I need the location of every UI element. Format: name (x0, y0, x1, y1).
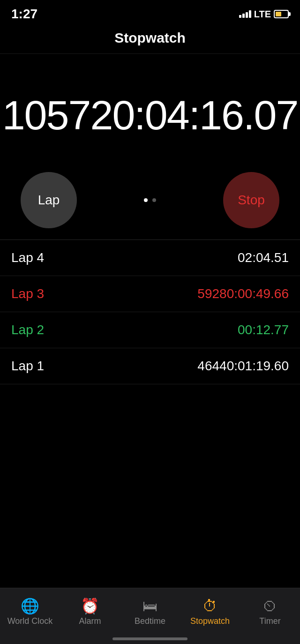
page-title: Stopwatch (114, 30, 186, 45)
page-header: Stopwatch (0, 25, 300, 54)
tab-stopwatch-label: Stopwatch (190, 616, 230, 626)
tab-world-clock-label: World Clock (8, 616, 53, 626)
stop-button[interactable]: Stop (223, 172, 279, 228)
tab-timer[interactable]: ⏲ Timer (240, 599, 300, 626)
signal-bars (239, 10, 251, 18)
world-clock-icon: 🌐 (21, 599, 39, 614)
timer-value: 105720:04:16.07 (2, 91, 298, 139)
status-bar: 1:27 LTE (0, 0, 300, 25)
tab-alarm[interactable]: ⏰ Alarm (60, 599, 120, 626)
tab-stopwatch[interactable]: ⏱ Stopwatch (180, 599, 240, 626)
tab-bedtime[interactable]: 🛏 Bedtime (120, 599, 180, 626)
stopwatch-icon: ⏱ (202, 599, 218, 614)
status-time: 1:27 (11, 7, 38, 22)
lap-label: Lap 2 (11, 322, 44, 337)
lap-label: Lap 1 (11, 359, 44, 374)
status-right: LTE (239, 9, 289, 20)
table-row: Lap 2 00:12.77 (0, 312, 300, 348)
lap-time: 46440:01:19.60 (197, 359, 289, 374)
tab-world-clock[interactable]: 🌐 World Clock (0, 599, 60, 626)
timer-display: 105720:04:16.07 (0, 54, 300, 172)
table-row: Lap 3 59280:00:49.66 (0, 276, 300, 312)
table-row: Lap 4 02:04.51 (0, 240, 300, 276)
lap-time: 59280:00:49.66 (197, 286, 289, 301)
timer-icon: ⏲ (262, 599, 278, 614)
lap-time: 00:12.77 (238, 322, 289, 337)
tab-alarm-label: Alarm (79, 616, 101, 626)
tab-bedtime-label: Bedtime (135, 616, 165, 626)
alarm-icon: ⏰ (81, 599, 99, 614)
lte-label: LTE (254, 9, 271, 20)
buttons-row: Lap Stop (0, 172, 300, 228)
lap-list: Lap 4 02:04.51 Lap 3 59280:00:49.66 Lap … (0, 240, 300, 384)
table-row: Lap 1 46440:01:19.60 (0, 348, 300, 384)
lap-label: Lap 3 (11, 286, 44, 301)
lap-label: Lap 4 (11, 250, 44, 265)
lap-time: 02:04.51 (238, 250, 289, 265)
bedtime-icon: 🛏 (142, 599, 158, 614)
dot-inactive (152, 198, 156, 202)
page-dots (144, 198, 156, 202)
lap-button[interactable]: Lap (21, 172, 77, 228)
dot-active (144, 198, 148, 202)
battery-icon (274, 10, 289, 18)
tab-bar: 🌐 World Clock ⏰ Alarm 🛏 Bedtime ⏱ Stopwa… (0, 588, 300, 644)
home-indicator (112, 637, 188, 640)
tab-timer-label: Timer (259, 616, 280, 626)
